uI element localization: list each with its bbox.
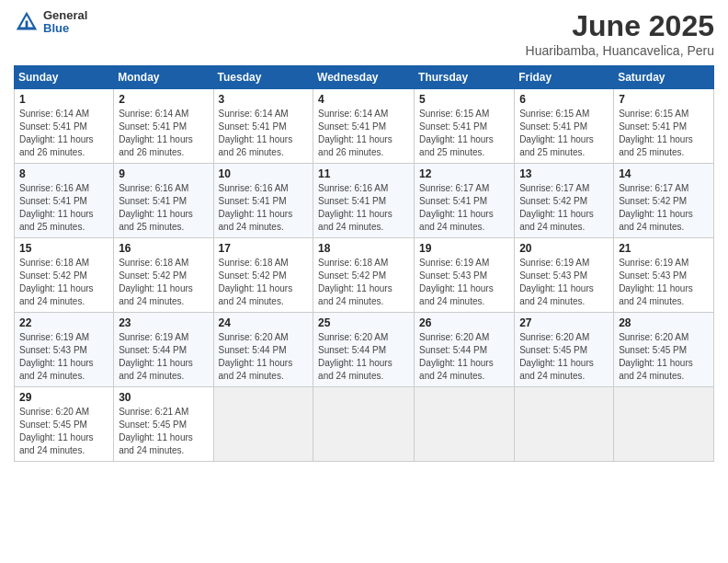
day-number: 23 (119, 316, 208, 329)
header-area: General Blue June 2025 Huaribamba, Huanc… (14, 9, 714, 58)
table-cell (614, 387, 714, 462)
day-number: 29 (19, 391, 108, 404)
table-cell: 30Sunrise: 6:21 AMSunset: 5:45 PMDayligh… (114, 387, 213, 462)
day-info: Sunrise: 6:16 AMSunset: 5:41 PMDaylight:… (318, 183, 392, 232)
day-number: 3 (219, 93, 309, 106)
table-cell: 28Sunrise: 6:20 AMSunset: 5:45 PMDayligh… (614, 313, 714, 387)
table-cell: 13Sunrise: 6:17 AMSunset: 5:42 PMDayligh… (515, 164, 614, 238)
day-info: Sunrise: 6:14 AMSunset: 5:41 PMDaylight:… (119, 109, 193, 157)
day-number: 10 (219, 167, 309, 180)
logo: General Blue (14, 9, 87, 36)
table-cell: 19Sunrise: 6:19 AMSunset: 5:43 PMDayligh… (415, 238, 515, 313)
table-cell: 15Sunrise: 6:18 AMSunset: 5:42 PMDayligh… (15, 238, 114, 313)
calendar-table: Sunday Monday Tuesday Wednesday Thursday… (14, 65, 714, 462)
calendar-header-row: Sunday Monday Tuesday Wednesday Thursday… (15, 66, 714, 89)
logo-text: General Blue (43, 9, 87, 36)
day-info: Sunrise: 6:16 AMSunset: 5:41 PMDaylight:… (119, 183, 193, 232)
table-cell: 26Sunrise: 6:20 AMSunset: 5:44 PMDayligh… (415, 313, 515, 387)
table-cell: 11Sunrise: 6:16 AMSunset: 5:41 PMDayligh… (313, 164, 415, 238)
day-number: 5 (419, 93, 509, 106)
day-number: 16 (119, 242, 208, 255)
day-info: Sunrise: 6:16 AMSunset: 5:41 PMDaylight:… (19, 183, 94, 232)
table-cell: 14Sunrise: 6:17 AMSunset: 5:42 PMDayligh… (614, 164, 714, 238)
table-cell: 3Sunrise: 6:14 AMSunset: 5:41 PMDaylight… (213, 89, 313, 164)
col-monday: Monday (114, 66, 213, 89)
day-number: 18 (318, 242, 409, 255)
table-cell: 22Sunrise: 6:19 AMSunset: 5:43 PMDayligh… (15, 313, 114, 387)
logo-general: General (43, 9, 87, 22)
day-info: Sunrise: 6:21 AMSunset: 5:45 PMDaylight:… (119, 407, 193, 455)
day-info: Sunrise: 6:19 AMSunset: 5:43 PMDaylight:… (19, 332, 94, 381)
col-friday: Friday (515, 66, 614, 89)
day-info: Sunrise: 6:20 AMSunset: 5:44 PMDaylight:… (318, 332, 392, 381)
day-info: Sunrise: 6:19 AMSunset: 5:43 PMDaylight:… (419, 258, 494, 306)
day-number: 8 (19, 167, 108, 180)
day-info: Sunrise: 6:18 AMSunset: 5:42 PMDaylight:… (219, 258, 293, 306)
day-number: 9 (119, 167, 208, 180)
day-info: Sunrise: 6:15 AMSunset: 5:41 PMDaylight:… (519, 109, 594, 157)
location-subtitle: Huaribamba, Huancavelica, Peru (526, 43, 714, 58)
table-cell: 6Sunrise: 6:15 AMSunset: 5:41 PMDaylight… (515, 89, 614, 164)
table-cell: 24Sunrise: 6:20 AMSunset: 5:44 PMDayligh… (213, 313, 313, 387)
col-sunday: Sunday (15, 66, 114, 89)
day-number: 21 (619, 242, 709, 255)
day-info: Sunrise: 6:20 AMSunset: 5:44 PMDaylight:… (419, 332, 494, 381)
table-cell: 16Sunrise: 6:18 AMSunset: 5:42 PMDayligh… (114, 238, 213, 313)
day-info: Sunrise: 6:18 AMSunset: 5:42 PMDaylight:… (119, 258, 193, 306)
table-cell: 18Sunrise: 6:18 AMSunset: 5:42 PMDayligh… (313, 238, 415, 313)
day-number: 6 (519, 93, 609, 106)
col-tuesday: Tuesday (213, 66, 313, 89)
day-info: Sunrise: 6:14 AMSunset: 5:41 PMDaylight:… (318, 109, 392, 157)
table-cell: 29Sunrise: 6:20 AMSunset: 5:45 PMDayligh… (15, 387, 114, 462)
table-cell: 12Sunrise: 6:17 AMSunset: 5:41 PMDayligh… (415, 164, 515, 238)
month-title: June 2025 (526, 9, 714, 43)
day-number: 24 (219, 316, 309, 329)
day-info: Sunrise: 6:20 AMSunset: 5:45 PMDaylight:… (519, 332, 594, 381)
table-cell (415, 387, 515, 462)
day-number: 7 (619, 93, 709, 106)
table-cell: 27Sunrise: 6:20 AMSunset: 5:45 PMDayligh… (515, 313, 614, 387)
page: General Blue June 2025 Huaribamba, Huanc… (0, 0, 728, 563)
day-number: 28 (619, 316, 709, 329)
day-info: Sunrise: 6:17 AMSunset: 5:41 PMDaylight:… (419, 183, 494, 232)
day-info: Sunrise: 6:16 AMSunset: 5:41 PMDaylight:… (219, 183, 293, 232)
day-number: 19 (419, 242, 509, 255)
table-cell: 7Sunrise: 6:15 AMSunset: 5:41 PMDaylight… (614, 89, 714, 164)
day-number: 11 (318, 167, 409, 180)
day-number: 25 (318, 316, 409, 329)
table-cell: 4Sunrise: 6:14 AMSunset: 5:41 PMDaylight… (313, 89, 415, 164)
day-info: Sunrise: 6:14 AMSunset: 5:41 PMDaylight:… (219, 109, 293, 157)
table-cell: 9Sunrise: 6:16 AMSunset: 5:41 PMDaylight… (114, 164, 213, 238)
day-info: Sunrise: 6:15 AMSunset: 5:41 PMDaylight:… (419, 109, 494, 157)
day-number: 2 (119, 93, 208, 106)
table-cell: 20Sunrise: 6:19 AMSunset: 5:43 PMDayligh… (515, 238, 614, 313)
day-number: 20 (519, 242, 609, 255)
logo-blue: Blue (43, 22, 87, 35)
day-number: 26 (419, 316, 509, 329)
table-cell (313, 387, 415, 462)
day-number: 13 (519, 167, 609, 180)
table-cell: 1Sunrise: 6:14 AMSunset: 5:41 PMDaylight… (15, 89, 114, 164)
day-info: Sunrise: 6:20 AMSunset: 5:45 PMDaylight:… (619, 332, 693, 381)
day-number: 15 (19, 242, 108, 255)
table-cell (515, 387, 614, 462)
day-info: Sunrise: 6:18 AMSunset: 5:42 PMDaylight:… (318, 258, 392, 306)
day-info: Sunrise: 6:17 AMSunset: 5:42 PMDaylight:… (619, 183, 693, 232)
day-number: 27 (519, 316, 609, 329)
svg-marker-0 (17, 12, 37, 30)
day-number: 4 (318, 93, 409, 106)
day-info: Sunrise: 6:17 AMSunset: 5:42 PMDaylight:… (519, 183, 594, 232)
title-area: June 2025 Huaribamba, Huancavelica, Peru (526, 9, 714, 58)
table-cell: 21Sunrise: 6:19 AMSunset: 5:43 PMDayligh… (614, 238, 714, 313)
table-cell: 25Sunrise: 6:20 AMSunset: 5:44 PMDayligh… (313, 313, 415, 387)
col-saturday: Saturday (614, 66, 714, 89)
col-thursday: Thursday (415, 66, 515, 89)
day-number: 1 (19, 93, 108, 106)
table-cell: 23Sunrise: 6:19 AMSunset: 5:44 PMDayligh… (114, 313, 213, 387)
day-number: 30 (119, 391, 208, 404)
day-info: Sunrise: 6:18 AMSunset: 5:42 PMDaylight:… (19, 258, 94, 306)
day-info: Sunrise: 6:19 AMSunset: 5:44 PMDaylight:… (119, 332, 193, 381)
day-info: Sunrise: 6:20 AMSunset: 5:45 PMDaylight:… (19, 407, 94, 455)
table-cell: 5Sunrise: 6:15 AMSunset: 5:41 PMDaylight… (415, 89, 515, 164)
table-cell: 17Sunrise: 6:18 AMSunset: 5:42 PMDayligh… (213, 238, 313, 313)
